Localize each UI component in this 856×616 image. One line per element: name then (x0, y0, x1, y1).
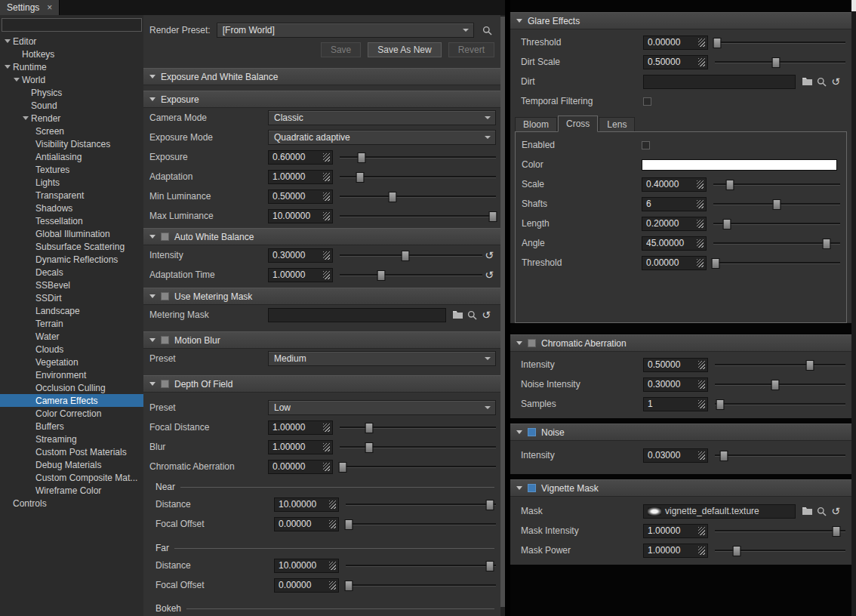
awb-adaptation-time-slider[interactable] (340, 269, 482, 281)
dof-preset-dropdown[interactable]: Low (268, 400, 496, 415)
chromatic-aberration-spinbox[interactable]: 0.00000 (268, 460, 333, 474)
tree-expander-icon[interactable] (26, 214, 35, 227)
spin-grip-icon[interactable] (698, 451, 705, 460)
tree-expander-icon[interactable] (26, 266, 35, 279)
tab-bloom[interactable]: Bloom (515, 117, 557, 131)
tab-cross[interactable]: Cross (558, 116, 598, 132)
tree-item[interactable]: Buffers (0, 420, 143, 433)
tree-expander-icon[interactable] (3, 497, 13, 510)
tree-expander-icon[interactable] (26, 304, 35, 317)
slider-handle[interactable] (365, 423, 374, 433)
tree-expander-icon[interactable] (26, 330, 35, 343)
tree-item[interactable]: Water (0, 330, 143, 343)
tree-expander-icon[interactable] (26, 317, 35, 330)
scrollbar[interactable] (500, 15, 505, 616)
spin-grip-icon[interactable] (323, 153, 330, 162)
tree-expander-icon[interactable] (3, 35, 13, 48)
spin-grip-icon[interactable] (698, 38, 705, 47)
blur-slider[interactable] (340, 441, 496, 453)
tab-settings[interactable]: Settings × (0, 0, 60, 15)
tree-item[interactable]: Screen (0, 125, 143, 137)
scale-slider[interactable] (713, 178, 840, 190)
tree-expander-icon[interactable] (26, 189, 35, 202)
tree-item[interactable]: Lights (0, 176, 143, 189)
awb-intensity-slider[interactable] (340, 249, 482, 261)
spin-grip-icon[interactable] (698, 361, 705, 369)
tree-item[interactable]: Camera Effects (0, 394, 143, 407)
tree-item[interactable]: Terrain (0, 317, 143, 330)
near-distance-slider[interactable] (346, 498, 496, 510)
slider-handle[interactable] (488, 211, 497, 222)
spin-grip-icon[interactable] (698, 58, 705, 66)
tree-item[interactable]: Environment (0, 368, 143, 381)
ca-intensity-spinbox[interactable]: 0.50000 (643, 358, 708, 372)
section-exposure[interactable]: Exposure (143, 91, 500, 108)
samples-slider[interactable] (715, 398, 845, 410)
reset-icon[interactable]: ↺ (482, 270, 496, 281)
scrollbar-thumb[interactable] (851, 0, 856, 11)
collapse-arrow-icon[interactable] (149, 294, 155, 298)
dirt-scale-slider[interactable] (715, 56, 845, 68)
tree-expander-icon[interactable] (26, 420, 35, 433)
tree-expander-icon[interactable] (26, 253, 35, 266)
max-luminance-spinbox[interactable]: 10.00000 (268, 209, 333, 223)
tree-item[interactable]: Render (0, 112, 143, 125)
angle-slider[interactable] (713, 237, 840, 249)
tree-item[interactable]: Textures (0, 163, 143, 176)
use-metering-mask-checkbox[interactable] (161, 292, 169, 300)
section-glare-effects[interactable]: Glare Effects (510, 12, 851, 29)
spin-grip-icon[interactable] (329, 500, 336, 509)
tree-item[interactable]: Hotkeys (0, 48, 143, 60)
tree-expander-icon[interactable] (26, 471, 35, 484)
tree-item[interactable]: World (0, 73, 143, 86)
collapse-arrow-icon[interactable] (516, 430, 522, 434)
section-use-metering-mask[interactable]: Use Metering Mask (143, 288, 500, 305)
search-icon[interactable] (814, 75, 829, 88)
noise-intensity-spinbox[interactable]: 0.30000 (643, 377, 708, 392)
adaptation-spinbox[interactable]: 1.00000 (268, 170, 333, 184)
spin-grip-icon[interactable] (329, 562, 336, 570)
spin-grip-icon[interactable] (329, 520, 336, 528)
scrollbar[interactable] (851, 0, 856, 616)
tree-expander-icon[interactable] (26, 356, 35, 368)
shafts-slider[interactable] (713, 198, 840, 210)
spin-grip-icon[interactable] (698, 547, 705, 555)
slider-handle[interactable] (723, 219, 731, 229)
tree-item[interactable]: Color Correction (0, 407, 143, 420)
n-intensity-spinbox[interactable]: 0.03000 (643, 448, 708, 463)
mask-power-spinbox[interactable]: 1.00000 (643, 544, 708, 558)
tree-expander-icon[interactable] (26, 407, 35, 420)
motion-blur-checkbox[interactable] (161, 336, 169, 344)
tree-filter-box[interactable] (2, 18, 142, 32)
awb-intensity-spinbox[interactable]: 0.30000 (268, 248, 333, 263)
tree-expander-icon[interactable] (3, 60, 13, 73)
tree-expander-icon[interactable] (26, 150, 35, 163)
tree-item[interactable]: Occlusion Culling (0, 381, 143, 394)
save-button[interactable]: Save (321, 42, 361, 57)
near-focal-offset-spinbox[interactable]: 0.00000 (274, 517, 339, 531)
tree-expander-icon[interactable] (26, 202, 35, 214)
slider-handle[interactable] (486, 500, 494, 510)
focal-distance-spinbox[interactable]: 1.00000 (268, 420, 333, 435)
section-exposure-and-white-balance[interactable]: Exposure And White Balance (143, 68, 500, 85)
slider-handle[interactable] (806, 360, 814, 371)
close-icon[interactable]: × (47, 2, 52, 13)
tree-item[interactable]: Custom Composite Mat... (0, 471, 143, 484)
slider-handle[interactable] (725, 180, 734, 190)
section-auto-white-balance[interactable]: Auto White Balance (143, 228, 500, 245)
tree-item[interactable]: Clouds (0, 343, 143, 356)
slider-handle[interactable] (344, 581, 353, 591)
tree-expander-icon[interactable] (26, 125, 35, 137)
tree-item[interactable]: Visibility Distances (0, 137, 143, 150)
blur-spinbox[interactable]: 1.00000 (268, 440, 333, 454)
tree-expander-icon[interactable] (12, 48, 22, 60)
folder-icon[interactable] (800, 75, 814, 88)
ca-intensity-slider[interactable] (715, 359, 845, 371)
threshold-slider[interactable] (715, 36, 845, 48)
slider-handle[interactable] (401, 251, 409, 261)
tree-item[interactable]: Shadows (0, 202, 143, 214)
motion-blur-preset-dropdown[interactable]: Medium (268, 351, 496, 366)
reset-icon[interactable]: ↺ (482, 250, 496, 261)
tree-item[interactable]: Runtime (0, 60, 143, 73)
slider-handle[interactable] (389, 192, 397, 202)
